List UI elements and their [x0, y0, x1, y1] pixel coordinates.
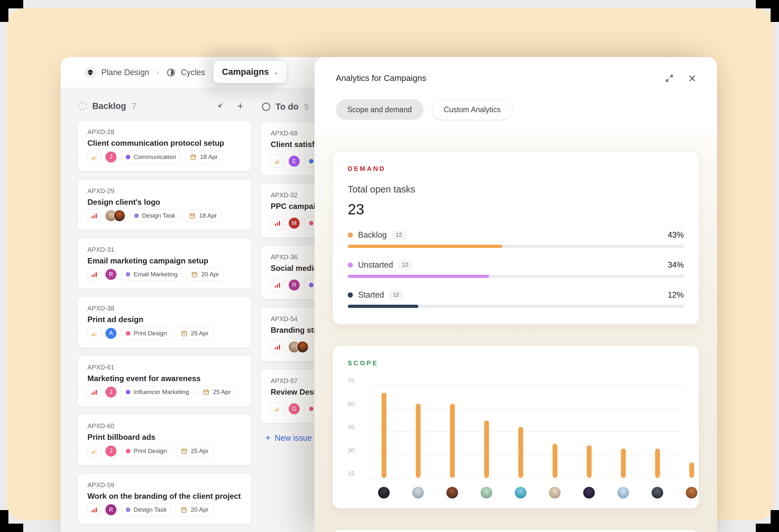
scope-bar[interactable] [655, 449, 660, 478]
workspace-logo[interactable] [84, 67, 96, 78]
issue-card[interactable]: APXD-60 Print billboard ads J Print Desi… [77, 414, 252, 465]
analytics-panel-header: Analytics for Campaigns Scope and demand… [314, 57, 717, 120]
member-avatar[interactable] [481, 487, 492, 498]
scope-card: SCOPE 75 60 45 30 15 [333, 346, 699, 509]
due-date-badge[interactable]: 18 Apr [185, 150, 223, 163]
scope-bar[interactable] [416, 404, 421, 478]
issue-title: Marketing event for awareness [87, 374, 242, 383]
priority-button[interactable] [271, 402, 284, 415]
demand-card: DEMAND Total open tasks 23 Backlog 12 43… [333, 151, 699, 324]
due-date-badge[interactable]: 20 Apr [186, 268, 224, 281]
member-avatar[interactable] [549, 487, 561, 498]
tab-custom-analytics[interactable]: Custom Analytics [432, 99, 513, 120]
member-avatar[interactable] [378, 487, 390, 498]
progress-fill [348, 305, 418, 308]
assignee-avatars: J [105, 445, 117, 457]
scope-bar[interactable] [518, 427, 523, 478]
assignee-avatars: E [288, 155, 300, 167]
issue-card[interactable]: APXD-31 Email marketing campaign setup R… [77, 238, 252, 289]
progress-fill [348, 245, 502, 248]
assignee-avatar[interactable]: R [105, 504, 117, 516]
assignee-avatar[interactable]: J [105, 151, 117, 163]
issue-card[interactable]: APXD-59 Work on the branding of the clie… [77, 473, 252, 524]
analytics-title: Analytics for Campaigns [336, 73, 426, 83]
priority-button[interactable] [87, 209, 101, 222]
priority-icon [91, 389, 98, 396]
demand-total: 23 [348, 201, 684, 218]
scope-bar[interactable] [587, 445, 592, 478]
y-tick-label: 15 [348, 470, 364, 477]
priority-button[interactable] [87, 503, 101, 516]
close-icon[interactable] [688, 74, 697, 82]
due-date-badge[interactable]: 25 Apr [198, 386, 235, 399]
label-badge[interactable]: Email Marketing [121, 268, 182, 281]
assignee-avatar[interactable]: A [105, 327, 117, 339]
due-date-badge[interactable]: 18 Apr [184, 209, 222, 222]
member-avatar[interactable] [686, 487, 698, 498]
issue-card[interactable]: APXD-38 Print ad design A Print Design 2… [77, 296, 252, 347]
tab-scope-and-demand[interactable]: Scope and demand [336, 99, 424, 120]
assignee-avatar[interactable]: M [288, 217, 300, 229]
demand-heading: DEMAND [348, 165, 684, 173]
priority-icon [274, 281, 281, 288]
column-count: 5 [304, 102, 309, 112]
assignee-avatar[interactable]: R [105, 268, 117, 280]
label-badge[interactable]: Influencer Marketing [121, 386, 194, 399]
due-date-badge[interactable]: 20 Apr [176, 503, 213, 516]
priority-button[interactable] [87, 150, 101, 163]
assignee-avatar-photo[interactable] [113, 210, 125, 222]
demand-subtitle: Total open tasks [348, 184, 684, 195]
due-date-badge[interactable]: 25 Apr [176, 327, 214, 340]
label-badge[interactable]: Design Task [129, 209, 180, 222]
label-badge[interactable]: Design Task [121, 503, 172, 516]
issue-card[interactable]: APXD-28 Client communication protocol se… [77, 120, 252, 171]
state-percent: 34% [668, 260, 684, 270]
progress-track [348, 245, 684, 248]
scope-bar[interactable] [621, 449, 626, 478]
assignee-avatar[interactable]: R [288, 279, 300, 291]
label-badge[interactable]: Communication [121, 150, 181, 163]
label-dot [309, 221, 313, 225]
scope-bar[interactable] [381, 393, 386, 478]
issue-card[interactable]: APXD-29 Design client's logo Design Task… [77, 179, 252, 230]
member-avatar[interactable] [617, 487, 629, 498]
member-avatar[interactable] [412, 487, 424, 498]
breadcrumb-section[interactable]: Cycles [181, 68, 205, 77]
due-date-badge[interactable]: 25 Apr [176, 445, 214, 458]
scope-bar[interactable] [552, 444, 557, 478]
priority-button[interactable] [87, 268, 101, 281]
todo-state-icon [262, 103, 270, 111]
assignee-avatar[interactable]: E [288, 155, 300, 167]
add-issue-button[interactable] [235, 101, 246, 112]
priority-button[interactable] [271, 279, 284, 291]
collapse-column-button[interactable] [214, 101, 225, 112]
scope-bar[interactable] [484, 420, 489, 478]
member-avatar[interactable] [446, 487, 458, 498]
scope-bar[interactable] [689, 462, 694, 478]
breadcrumb: Plane Design › Cycles › [84, 67, 217, 78]
assignee-avatars: A [105, 327, 117, 339]
label-dot [126, 155, 130, 159]
label-badge[interactable]: Print Design [121, 327, 172, 340]
breadcrumb-project[interactable]: Plane Design [101, 68, 149, 77]
member-avatar[interactable] [652, 487, 663, 498]
priority-button[interactable] [271, 155, 284, 168]
expand-icon[interactable] [665, 74, 674, 83]
priority-button[interactable] [87, 327, 101, 340]
assignee-avatar[interactable]: J [105, 386, 117, 398]
priority-button[interactable] [271, 217, 284, 229]
issue-card[interactable]: APXD-61 Marketing event for awareness J … [77, 356, 252, 407]
issue-id: APXD-28 [87, 128, 242, 136]
campaigns-dropdown-button[interactable]: Campaigns ⌄ [213, 61, 287, 83]
priority-button[interactable] [271, 340, 284, 353]
assignee-avatar[interactable]: J [105, 445, 117, 457]
label-badge[interactable]: Print Design [121, 445, 172, 458]
assignee-avatar[interactable]: G [288, 403, 300, 415]
member-avatar[interactable] [515, 487, 527, 498]
priority-button[interactable] [87, 445, 101, 458]
assignee-avatar-photo[interactable] [296, 341, 309, 353]
calendar-icon [180, 506, 187, 513]
member-avatar[interactable] [583, 487, 595, 498]
priority-button[interactable] [87, 386, 101, 399]
scope-bar[interactable] [450, 404, 455, 478]
